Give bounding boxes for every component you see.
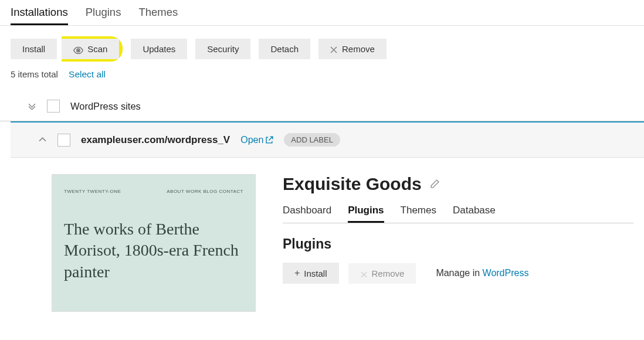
plugin-remove-label: Remove (372, 268, 405, 278)
manage-prefix: Manage in (436, 268, 482, 278)
scan-highlight: Scan (62, 36, 123, 62)
thumb-headline: The works of Berthe Morisot, 1800s-era F… (64, 219, 243, 283)
group-title: WordPress sites (70, 101, 141, 112)
open-link[interactable]: Open (240, 135, 273, 145)
plugin-install-button[interactable]: + Install (283, 263, 339, 284)
detach-button[interactable]: Detach (259, 39, 310, 59)
updates-button[interactable]: Updates (131, 39, 187, 59)
site-thumbnail: TWENTY TWENTY-ONE ABOUT WORK BLOG CONTAC… (52, 174, 256, 312)
scan-button[interactable]: Scan (62, 39, 119, 59)
site-body: TWENTY TWENTY-ONE ABOUT WORK BLOG CONTAC… (0, 158, 644, 312)
plugin-install-label: Install (304, 268, 327, 278)
sub-tabs: Dashboard Plugins Themes Database (283, 205, 633, 223)
close-icon (360, 270, 368, 277)
scan-button-label: Scan (87, 44, 107, 54)
toolbar: Install Scan Updates Security Detach Rem… (0, 26, 644, 66)
sub-tab-plugins[interactable]: Plugins (348, 205, 384, 223)
chevron-up-icon[interactable] (39, 136, 47, 144)
site-path: exampleuser.com/wordpress_V (81, 134, 230, 146)
eye-icon (73, 46, 83, 53)
chevron-down-icon[interactable] (28, 102, 36, 110)
site-details: Exquisite Goods Dashboard Plugins Themes… (283, 174, 633, 312)
open-link-label: Open (240, 135, 263, 145)
site-title-row: Exquisite Goods (283, 174, 633, 194)
edit-icon[interactable] (430, 179, 440, 189)
select-all-link[interactable]: Select all (69, 69, 106, 79)
close-icon (330, 45, 338, 53)
external-link-icon (266, 136, 273, 144)
add-label-badge[interactable]: ADD LABEL (284, 133, 340, 147)
sub-tab-themes[interactable]: Themes (401, 205, 436, 223)
thumb-menu: ABOUT WORK BLOG CONTACT (167, 189, 243, 194)
manage-wordpress-link[interactable]: WordPress (483, 268, 529, 278)
thumb-brand: TWENTY TWENTY-ONE (64, 189, 121, 194)
items-count: 5 items total (11, 69, 58, 79)
manage-in-text: Manage in WordPress (436, 268, 528, 278)
plus-icon: + (294, 268, 300, 278)
group-checkbox[interactable] (47, 100, 60, 113)
tab-plugins[interactable]: Plugins (86, 6, 121, 25)
plugins-toolbar: + Install Remove Manage in WordPress (283, 263, 633, 284)
meta-row: 5 items total Select all (0, 66, 644, 91)
remove-button[interactable]: Remove (318, 39, 387, 59)
sub-tab-dashboard[interactable]: Dashboard (283, 205, 331, 223)
thumb-header: TWENTY TWENTY-ONE ABOUT WORK BLOG CONTAC… (64, 189, 243, 194)
site-row: exampleuser.com/wordpress_V Open ADD LAB… (11, 121, 644, 158)
sub-tab-database[interactable]: Database (453, 205, 496, 223)
tab-installations[interactable]: Installations (11, 6, 68, 25)
plugin-remove-button[interactable]: Remove (348, 263, 416, 284)
svg-point-0 (77, 49, 79, 51)
site-title: Exquisite Goods (283, 174, 422, 194)
site-checkbox[interactable] (57, 134, 70, 147)
security-button[interactable]: Security (195, 39, 250, 59)
install-button[interactable]: Install (11, 39, 57, 59)
main-tabs: Installations Plugins Themes (0, 0, 644, 26)
remove-button-label: Remove (342, 44, 375, 54)
group-header: WordPress sites (0, 91, 644, 121)
plugins-section-title: Plugins (283, 236, 633, 252)
tab-themes[interactable]: Themes (138, 6, 178, 25)
